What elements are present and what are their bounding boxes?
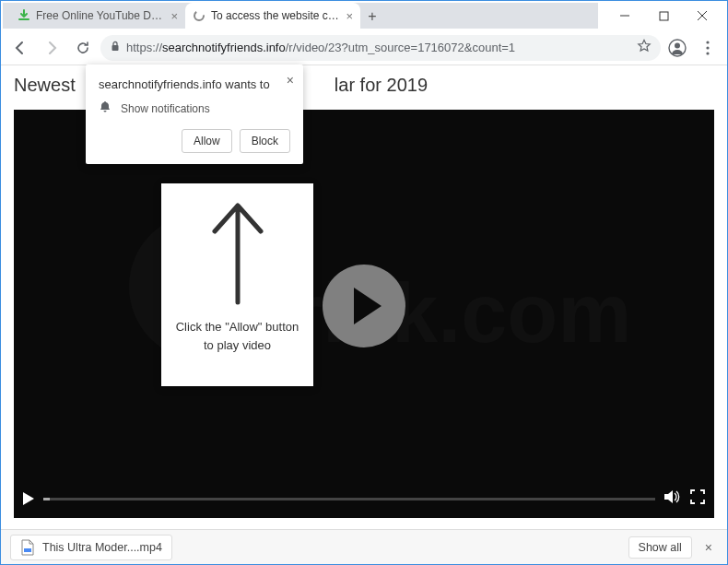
permission-title: searchnotifyfriends.info wants to (99, 77, 290, 91)
volume-icon[interactable] (664, 489, 681, 508)
download-bar-close[interactable]: × (699, 538, 718, 557)
download-item[interactable]: This Ultra Moder....mp4 (10, 535, 172, 560)
new-tab-button[interactable]: + (360, 5, 384, 29)
throbber-icon (193, 9, 205, 22)
svg-point-9 (706, 46, 709, 49)
svg-point-8 (706, 41, 709, 43)
download-arrow-icon (18, 9, 30, 22)
show-all-button[interactable]: Show all (628, 536, 692, 559)
tab-strip: Free Online YouTube Downloade × To acces… (3, 3, 598, 29)
arrow-up-icon (201, 196, 275, 307)
svg-rect-18 (24, 548, 31, 552)
close-icon[interactable]: × (346, 9, 353, 23)
close-window-button[interactable] (683, 3, 722, 29)
svg-rect-5 (112, 45, 119, 51)
svg-rect-2 (660, 12, 668, 20)
reload-button[interactable] (69, 34, 97, 62)
allow-button[interactable]: Allow (182, 129, 232, 153)
tab-title: To access the website click the "A (211, 9, 340, 22)
tab-2[interactable]: To access the website click the "A × (185, 3, 360, 29)
small-play-icon[interactable] (23, 492, 34, 505)
close-icon[interactable]: × (170, 9, 178, 23)
progress-played (43, 498, 50, 500)
tab-1[interactable]: Free Online YouTube Downloade × (10, 3, 185, 29)
permission-row: Show notifications (99, 100, 290, 116)
close-icon[interactable]: × (287, 74, 294, 87)
svg-marker-16 (23, 492, 34, 505)
address-bar[interactable]: https://searchnotifyfriends.info/r/video… (100, 35, 661, 61)
bell-icon (99, 100, 112, 116)
back-button[interactable] (6, 34, 34, 62)
allow-card: Click the "Allow" button to play video (161, 183, 313, 386)
profile-button[interactable] (664, 35, 690, 61)
minimize-button[interactable] (605, 3, 644, 29)
menu-button[interactable] (694, 34, 722, 62)
svg-point-7 (675, 42, 680, 48)
block-button[interactable]: Block (240, 129, 290, 153)
download-filename: This Ultra Moder....mp4 (42, 541, 162, 554)
forward-button[interactable] (38, 34, 65, 62)
toolbar: https://searchnotifyfriends.info/r/video… (1, 30, 727, 65)
svg-marker-17 (664, 490, 673, 503)
progress-bar[interactable] (43, 498, 655, 500)
permission-actions: Allow Block (99, 129, 290, 153)
play-button[interactable] (323, 265, 405, 347)
video-player: risk.com (14, 110, 714, 518)
svg-point-0 (194, 11, 204, 20)
titlebar: Free Online YouTube Downloade × To acces… (1, 1, 727, 30)
allow-card-text: Click the "Allow" button to play video (176, 318, 299, 354)
tab-title: Free Online YouTube Downloade (36, 9, 165, 22)
star-icon[interactable] (637, 39, 652, 56)
file-icon (20, 539, 35, 556)
player-controls (23, 488, 705, 509)
permission-label: Show notifications (121, 102, 210, 115)
lock-icon (110, 41, 121, 54)
url-text: https://searchnotifyfriends.info/r/video… (126, 41, 631, 54)
fullscreen-icon[interactable] (690, 489, 705, 508)
maximize-button[interactable] (644, 3, 683, 29)
svg-point-10 (706, 52, 709, 54)
permission-popup: × searchnotifyfriends.info wants to Show… (86, 65, 303, 164)
download-bar: This Ultra Moder....mp4 Show all × (1, 529, 727, 564)
